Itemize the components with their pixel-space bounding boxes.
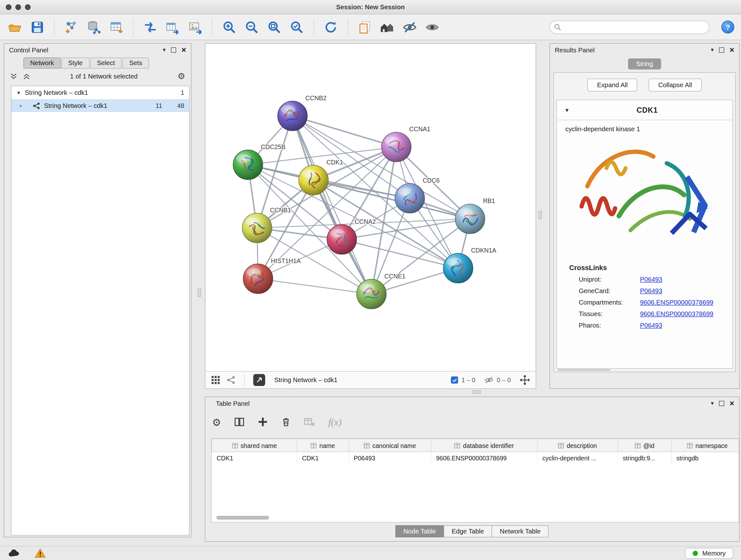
export-image-button[interactable]: [187, 19, 204, 35]
zoom-in-button[interactable]: [221, 19, 238, 35]
table-cell[interactable]: CDK1: [212, 452, 297, 464]
panel-close-icon[interactable]: ×: [730, 46, 734, 54]
column-header[interactable]: namespace: [671, 439, 739, 452]
maximize-window-button[interactable]: [25, 4, 30, 10]
crosslink-value-link[interactable]: 9606.ENSP00000378699: [640, 299, 714, 306]
close-window-button[interactable]: [6, 4, 11, 10]
zoom-out-button[interactable]: [244, 19, 260, 35]
crosslink-value-link[interactable]: P06493: [640, 287, 663, 295]
column-header[interactable]: shared name: [212, 439, 297, 452]
string-results-tab[interactable]: String: [628, 58, 661, 70]
left-splitter-handle[interactable]: [198, 288, 201, 297]
search-input[interactable]: [549, 20, 710, 34]
section-collapse-caret-icon[interactable]: ▼: [564, 107, 569, 113]
results-horizontal-scrollbar[interactable]: [558, 369, 610, 371]
show-view-button[interactable]: [424, 19, 441, 35]
help-button[interactable]: ?: [722, 21, 735, 34]
add-column-icon[interactable]: [258, 417, 268, 427]
table-horizontal-scrollbar[interactable]: [216, 516, 269, 520]
graph-view-icon[interactable]: [226, 375, 236, 385]
right-splitter-handle[interactable]: [539, 211, 542, 219]
panel-float-icon[interactable]: [171, 47, 177, 53]
gear-icon[interactable]: ⚙: [178, 72, 185, 80]
expand-all-button[interactable]: Expand All: [588, 78, 637, 91]
control-panel-tabs: Network Style Select Sets: [4, 56, 191, 69]
expand-all-chevron-icon[interactable]: [23, 72, 30, 80]
network-node-count: 11: [144, 102, 162, 110]
panel-menu-icon[interactable]: ▾: [711, 47, 714, 53]
horizontal-splitter-handle[interactable]: [473, 390, 481, 394]
panel-menu-icon[interactable]: ▾: [163, 47, 165, 53]
tab-node-table[interactable]: Node Table: [395, 525, 444, 538]
apply-style-button[interactable]: [323, 19, 339, 35]
tab-select[interactable]: Select: [90, 57, 122, 69]
tab-edge-table[interactable]: Edge Table: [444, 525, 492, 538]
tab-network-table[interactable]: Network Table: [492, 525, 549, 538]
crosslink-value-link[interactable]: P06493: [640, 322, 663, 329]
collapse-all-chevron-icon[interactable]: [10, 72, 17, 80]
crosslink-value-link[interactable]: 9606.ENSP00000378699: [640, 310, 714, 318]
table-cell[interactable]: CDK1: [297, 452, 349, 464]
export-table-icon: [165, 20, 180, 34]
import-table-button[interactable]: [108, 19, 125, 35]
panel-float-icon[interactable]: [719, 47, 724, 53]
panel-menu-icon[interactable]: ▾: [711, 400, 714, 406]
open-in-window-button[interactable]: [253, 374, 266, 386]
memory-button[interactable]: Memory: [685, 548, 733, 559]
collapse-all-button[interactable]: Collapse All: [649, 78, 702, 91]
column-header[interactable]: database identifier: [431, 439, 537, 452]
panel-close-icon[interactable]: ×: [730, 399, 734, 408]
zoom-fit-button[interactable]: [266, 19, 282, 35]
table-row[interactable]: CDK1 CDK1 P06493 9606.ENSP00000378699 cy…: [212, 452, 739, 464]
crosslink-label: Uniprot:: [579, 276, 640, 283]
network-row-selected[interactable]: ● String Network – cdk1 11 48: [11, 99, 189, 112]
crosslink-value-link[interactable]: P06493: [640, 276, 663, 283]
panel-float-icon[interactable]: [719, 401, 724, 406]
cloud-status-icon[interactable]: [8, 549, 20, 558]
gene-section-header[interactable]: ▼ CDK1: [557, 100, 733, 120]
svg-text:HIST1H1A: HIST1H1A: [271, 257, 300, 264]
copy-document-button[interactable]: [357, 19, 373, 35]
zoom-selected-button[interactable]: [289, 19, 305, 35]
table-gear-icon[interactable]: ⚙: [212, 417, 221, 427]
table-cell[interactable]: 9606.ENSP00000378699: [431, 452, 537, 464]
toolbar-separator: [314, 18, 314, 36]
gene-symbol: CDK1: [569, 106, 725, 114]
delete-column-trash-icon[interactable]: [281, 417, 291, 427]
table-cell[interactable]: cyclin-dependent ...: [537, 452, 618, 464]
column-header[interactable]: name: [297, 439, 349, 452]
table-cell[interactable]: stringdb: [671, 452, 739, 464]
table-cell[interactable]: P06493: [349, 452, 431, 464]
network-collection-row[interactable]: ▼ String Network – cdk1 1: [11, 86, 189, 99]
import-network-from-database-button[interactable]: [86, 19, 102, 35]
export-table-button[interactable]: [165, 19, 181, 35]
tab-sets[interactable]: Sets: [123, 57, 149, 69]
zoom-fit-icon: [267, 20, 281, 34]
network-graph[interactable]: CCNB2CCNA1CDC25BCDK1CDC6RB1CCNB1CCNA2CDK…: [205, 44, 536, 371]
column-type-icon: [558, 443, 564, 448]
home-view-button[interactable]: [379, 19, 395, 35]
column-header[interactable]: description: [537, 439, 618, 452]
crosslinks-title: CrossLinks: [557, 260, 733, 274]
table-cell[interactable]: stringdb:9...: [618, 452, 671, 464]
warning-icon[interactable]: [35, 548, 46, 558]
selected-checkbox-icon[interactable]: [451, 376, 458, 384]
import-network-button[interactable]: [63, 19, 79, 35]
pan-crosshair-icon[interactable]: [520, 375, 530, 385]
column-type-icon: [455, 443, 460, 448]
export-network-button[interactable]: [142, 19, 158, 35]
panel-close-icon[interactable]: ×: [182, 46, 186, 54]
string-network-icon: [32, 102, 40, 110]
crosslink-label: Pharos:: [579, 322, 640, 329]
hide-unhide-button[interactable]: [402, 19, 418, 35]
column-header[interactable]: @id: [618, 439, 671, 452]
tab-network[interactable]: Network: [23, 57, 61, 69]
minimize-window-button[interactable]: [15, 4, 21, 10]
tree-expand-caret-icon[interactable]: ▼: [16, 90, 21, 96]
save-session-button[interactable]: [29, 19, 46, 35]
tab-style[interactable]: Style: [62, 57, 89, 69]
column-header[interactable]: canonical name: [349, 439, 431, 452]
open-session-button[interactable]: [7, 19, 23, 35]
show-columns-icon[interactable]: [234, 417, 245, 427]
birds-eye-view-icon[interactable]: [211, 375, 220, 385]
